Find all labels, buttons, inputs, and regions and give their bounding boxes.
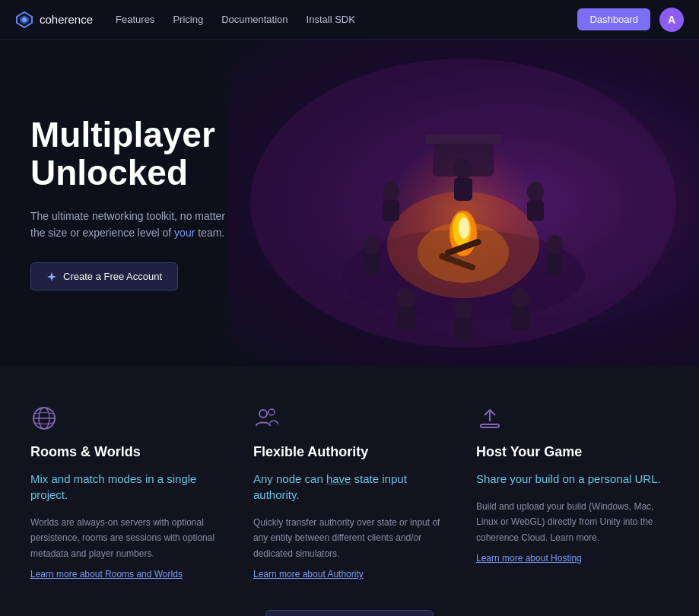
svg-point-20 [546,235,563,255]
svg-rect-21 [546,253,563,275]
nav-documentation[interactable]: Documentation [221,14,288,25]
svg-rect-29 [425,135,501,144]
svg-rect-13 [454,178,472,201]
svg-point-14 [383,182,399,202]
feature-link-authority[interactable]: Learn more about Authority [253,569,446,579]
feature-desc-authority: Quickly transfer authority over state or… [253,515,446,561]
feature-title-hosting: Host Your Game [476,444,669,460]
avatar[interactable]: A [659,8,684,32]
svg-rect-27 [454,319,472,341]
svg-point-34 [268,409,275,415]
globe-icon [30,405,58,432]
features-footer: Explore More of Our Features [30,610,669,616]
feature-card-authority: Flexible Authority Any node can have sta… [253,405,446,579]
svg-rect-19 [364,253,380,275]
nav-pricing[interactable]: Pricing [173,14,203,25]
upload-icon [476,405,504,432]
brand-name: coherence [40,13,93,26]
features-section: Rooms & Worlds Mix and match modes in a … [0,367,699,616]
logo[interactable]: coherence [15,11,93,29]
campfire-scene [227,40,699,367]
feature-title-authority: Flexible Authority [253,444,446,460]
sparkle-icon [46,271,57,282]
svg-point-9 [459,218,469,239]
svg-rect-35 [481,424,499,427]
feature-link-hosting[interactable]: Learn more about Hosting [476,553,669,564]
users-icon [253,405,281,432]
dashboard-button[interactable]: Dashboard [577,8,650,30]
feature-card-hosting: Host Your Game Share your build on a per… [476,405,669,579]
feature-tagline-hosting: Share your build on a personal URL. [476,471,669,487]
svg-point-24 [511,287,529,309]
hero-content: MultiplayerUnlocked The ultimate network… [0,116,259,291]
nav-links: Features Pricing Documentation Install S… [116,14,577,25]
cta-label: Create a Free Account [63,271,162,282]
feature-desc-rooms: Worlds are always-on servers with option… [30,515,223,561]
svg-point-2 [22,17,27,22]
hero-background [227,40,699,367]
create-account-button[interactable]: Create a Free Account [30,262,178,291]
nav-install-sdk[interactable]: Install SDK [307,14,355,25]
feature-card-rooms-worlds: Rooms & Worlds Mix and match modes in a … [30,405,223,579]
svg-point-16 [527,182,544,202]
hero-section: MultiplayerUnlocked The ultimate network… [0,40,699,367]
svg-point-26 [454,299,472,320]
feature-desc-hosting: Build and upload your build (Windows, Ma… [476,499,669,545]
svg-point-33 [259,410,267,418]
svg-rect-25 [511,307,529,330]
navbar: coherence Features Pricing Documentation… [0,0,699,40]
svg-rect-17 [527,200,544,221]
feature-title-rooms: Rooms & Worlds [30,444,223,460]
feature-tagline-rooms: Mix and match modes in a single project. [30,471,223,503]
hero-subtitle: The ultimate networking toolkit, no matt… [30,208,228,242]
svg-rect-28 [433,138,494,176]
svg-point-22 [397,287,415,309]
explore-features-button[interactable]: Explore More of Our Features [265,610,434,616]
svg-point-18 [364,235,380,255]
hero-title: MultiplayerUnlocked [30,116,228,192]
nav-right: Dashboard A [577,8,684,32]
features-grid: Rooms & Worlds Mix and match modes in a … [30,405,669,579]
feature-link-rooms[interactable]: Learn more about Rooms and Worlds [30,569,223,579]
svg-rect-15 [383,200,399,221]
nav-features[interactable]: Features [116,14,154,25]
svg-rect-23 [397,307,415,330]
feature-tagline-authority: Any node can have state input authority. [253,471,446,503]
coherence-logo-icon [15,11,33,29]
